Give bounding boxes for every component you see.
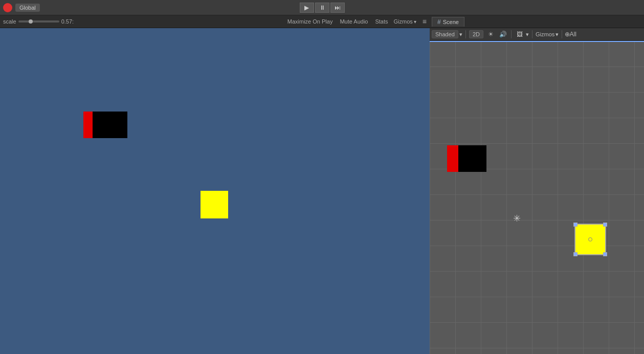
game-toolbar: scale 0.57: Maximize On Play Mute Audio … xyxy=(0,15,430,28)
stats-toggle[interactable]: Stats xyxy=(373,18,389,25)
scene-tab-icon: # xyxy=(437,18,441,26)
unity-logo xyxy=(3,3,12,12)
2d-button[interactable]: 2D xyxy=(469,30,483,38)
scene-player-red xyxy=(447,145,458,172)
maximize-on-play-toggle[interactable]: Maximize On Play xyxy=(286,18,335,25)
scene-player-black xyxy=(458,145,486,172)
game-yellow-object xyxy=(201,191,228,218)
gizmos-scene-label: Gizmos xyxy=(536,31,554,37)
selection-handle-tr[interactable] xyxy=(603,223,607,227)
scene-grid xyxy=(430,41,644,354)
global-button[interactable]: Global xyxy=(15,4,40,12)
image-icon[interactable]: 🖼 xyxy=(515,29,525,39)
play-controls: ▶ ⏸ ⏭ xyxy=(300,3,345,13)
selection-center-dot xyxy=(588,237,592,241)
sun-icon[interactable]: ☀ xyxy=(485,29,496,39)
scale-slider-thumb xyxy=(29,19,33,24)
scene-tab-bar: # Scene xyxy=(430,15,644,28)
selection-handle-tl[interactable] xyxy=(573,223,578,227)
scene-player-object[interactable] xyxy=(447,145,486,172)
scene-options-separator-1 xyxy=(465,30,466,38)
scene-options-separator-2 xyxy=(511,30,512,38)
image-dropdown-arrow: ▾ xyxy=(526,31,529,38)
game-player-object xyxy=(83,112,127,138)
scene-tab[interactable]: # Scene xyxy=(432,17,464,27)
scale-label: scale xyxy=(3,18,16,25)
scene-yellow-object[interactable] xyxy=(575,224,606,255)
selection-handle-br[interactable] xyxy=(603,252,607,256)
scene-options-separator-4 xyxy=(562,30,562,38)
player-black-part xyxy=(93,112,127,138)
game-panel: scale 0.57: Maximize On Play Mute Audio … xyxy=(0,15,430,354)
game-toolbar-left: scale 0.57: xyxy=(3,18,282,25)
scale-value: 0.57: xyxy=(61,18,74,25)
main-area: scale 0.57: Maximize On Play Mute Audio … xyxy=(0,15,644,354)
scene-top-line xyxy=(430,41,644,42)
scene-options-separator-3 xyxy=(532,30,532,38)
play-button[interactable]: ▶ xyxy=(300,3,314,13)
gizmos-scene-dropdown[interactable]: Gizmos ▾ xyxy=(536,31,559,38)
scene-options-bar: Shaded ▾ 2D ☀ 🔊 🖼 ▾ Gizmos ▾ ⊕All xyxy=(430,28,644,41)
gizmos-dropdown[interactable]: Gizmos ▾ xyxy=(394,18,416,25)
game-toolbar-right: Maximize On Play Mute Audio Stats Gizmos… xyxy=(286,17,427,26)
selection-handle-bl[interactable] xyxy=(573,252,578,256)
shaded-button[interactable]: Shaded xyxy=(432,30,458,38)
pause-button[interactable]: ⏸ xyxy=(315,3,329,13)
top-toolbar: Global ▶ ⏸ ⏭ xyxy=(0,0,644,15)
image-dropdown[interactable]: 🖼 ▾ xyxy=(515,29,529,39)
player-red-part xyxy=(83,112,93,138)
speaker-icon[interactable]: 🔊 xyxy=(498,29,508,39)
scene-viewport[interactable]: ✳ xyxy=(430,41,644,354)
gizmos-arrow-icon: ▾ xyxy=(414,19,416,25)
mute-audio-toggle[interactable]: Mute Audio xyxy=(338,18,369,25)
gizmos-label: Gizmos xyxy=(394,18,413,25)
scene-move-cursor: ✳ xyxy=(513,214,521,223)
gizmos-scene-arrow: ▾ xyxy=(556,31,559,38)
shaded-dropdown-arrow: ▾ xyxy=(459,31,462,38)
shaded-dropdown[interactable]: Shaded ▾ xyxy=(432,30,462,38)
scene-panel: # Scene Shaded ▾ 2D ☀ 🔊 🖼 ▾ Gizmos ▾ xyxy=(430,15,644,354)
scale-slider[interactable] xyxy=(18,20,59,23)
game-viewport xyxy=(0,28,430,354)
all-layers-button[interactable]: ⊕All xyxy=(565,29,575,39)
scene-tab-label: Scene xyxy=(443,19,459,25)
next-frame-button[interactable]: ⏭ xyxy=(330,3,345,13)
game-panel-menu-icon[interactable]: ≡ xyxy=(423,17,427,26)
